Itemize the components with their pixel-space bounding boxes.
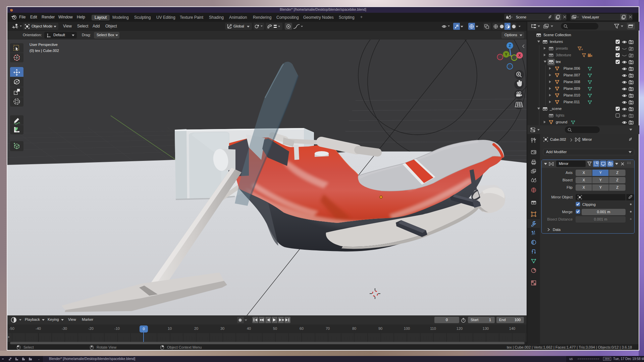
svg-text:Z: Z <box>509 44 511 48</box>
svg-text:Y: Y <box>505 52 507 56</box>
svg-text:X: X <box>518 53 521 57</box>
